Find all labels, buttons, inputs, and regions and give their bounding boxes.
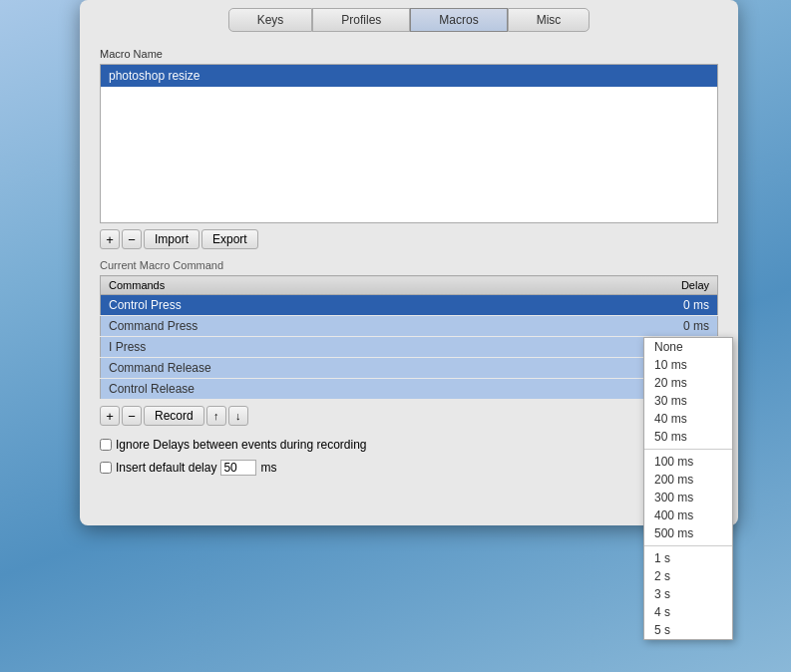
dropdown-item[interactable]: 300 ms (644, 489, 732, 506)
add-macro-button[interactable]: + (100, 229, 120, 249)
macro-list[interactable]: photoshop resize (100, 64, 718, 223)
dropdown-item[interactable]: 400 ms (644, 506, 732, 524)
dropdown-item[interactable]: 3 s (644, 585, 732, 603)
bottom-row: OK (80, 484, 738, 513)
macro-list-item[interactable]: photoshop resize (101, 65, 717, 87)
dropdown-item[interactable]: 200 ms (644, 471, 732, 489)
dropdown-item[interactable]: 4 s (644, 603, 732, 621)
command-name-cell: Control Press (101, 295, 638, 316)
ignore-delays-label: Ignore Delays between events during reco… (116, 438, 366, 452)
insert-delay-row: Insert default delay ms (100, 460, 366, 476)
macro-name-label: Macro Name (100, 48, 718, 60)
delay-dropdown[interactable]: None10 ms20 ms30 ms40 ms50 ms100 ms200 m… (643, 337, 733, 640)
insert-delay-checkbox[interactable] (100, 462, 112, 474)
tab-keys[interactable]: Keys (228, 8, 313, 32)
move-down-button[interactable]: ↓ (228, 406, 248, 426)
command-name-cell: I Press (101, 337, 638, 358)
main-dialog: Keys Profiles Macros Misc Macro Name pho… (80, 0, 738, 525)
dropdown-item[interactable]: 1 s (644, 549, 732, 567)
record-button[interactable]: Record (144, 406, 204, 426)
command-name-cell: Control Release (101, 379, 638, 400)
tab-misc[interactable]: Misc (508, 8, 591, 32)
current-macro-label: Current Macro Command (100, 259, 718, 271)
dropdown-item[interactable]: 5 s (644, 621, 732, 639)
dropdown-item[interactable]: None (644, 338, 732, 356)
table-row[interactable]: Command Press0 ms (101, 316, 718, 337)
dropdown-item[interactable]: 2 s (644, 567, 732, 585)
tab-profiles[interactable]: Profiles (312, 8, 410, 32)
table-row[interactable]: Command Release0 (101, 358, 718, 379)
checkboxes-area: Ignore Delays between events during reco… (100, 430, 366, 476)
insert-delay-label: Insert default delay (116, 461, 216, 475)
tab-bar: Keys Profiles Macros Misc (80, 0, 738, 32)
commands-header: Commands (101, 276, 638, 295)
commands-table: Commands Delay Control Press0 msCommand … (100, 275, 718, 400)
delay-header: Delay (638, 276, 718, 295)
command-delay-cell: 0 ms (638, 295, 718, 316)
table-row[interactable]: Control Press0 ms (101, 295, 718, 316)
tab-macros[interactable]: Macros (410, 8, 507, 32)
delay-value-input[interactable] (220, 460, 256, 476)
ignore-delays-row: Ignore Delays between events during reco… (100, 438, 366, 452)
dropdown-divider (644, 545, 732, 546)
macro-button-row: + − Import Export (100, 229, 718, 249)
dropdown-item[interactable]: 40 ms (644, 410, 732, 428)
dropdown-item[interactable]: 10 ms (644, 356, 732, 374)
move-up-button[interactable]: ↑ (206, 406, 226, 426)
add-command-button[interactable]: + (100, 406, 120, 426)
table-row[interactable]: I Press100 ms (101, 337, 718, 358)
dropdown-divider (644, 449, 732, 450)
command-name-cell: Command Press (101, 316, 638, 337)
content-area: Macro Name photoshop resize + − Import E… (80, 32, 738, 484)
record-row: + − Record ↑ ↓ (100, 406, 718, 426)
command-delay-cell: 0 ms (638, 316, 718, 337)
table-row[interactable]: Control Release0 (101, 379, 718, 400)
dropdown-item[interactable]: 500 ms (644, 524, 732, 542)
dropdown-item[interactable]: 100 ms (644, 453, 732, 471)
import-button[interactable]: Import (144, 229, 199, 249)
remove-command-button[interactable]: − (122, 406, 142, 426)
ignore-delays-checkbox[interactable] (100, 439, 112, 451)
command-name-cell: Command Release (101, 358, 638, 379)
dropdown-item[interactable]: 30 ms (644, 392, 732, 410)
export-button[interactable]: Export (201, 229, 258, 249)
delay-unit-label: ms (260, 461, 276, 475)
dropdown-item[interactable]: 20 ms (644, 374, 732, 392)
remove-macro-button[interactable]: − (122, 229, 142, 249)
dropdown-item[interactable]: 50 ms (644, 428, 732, 446)
options-row: Ignore Delays between events during reco… (100, 430, 718, 476)
